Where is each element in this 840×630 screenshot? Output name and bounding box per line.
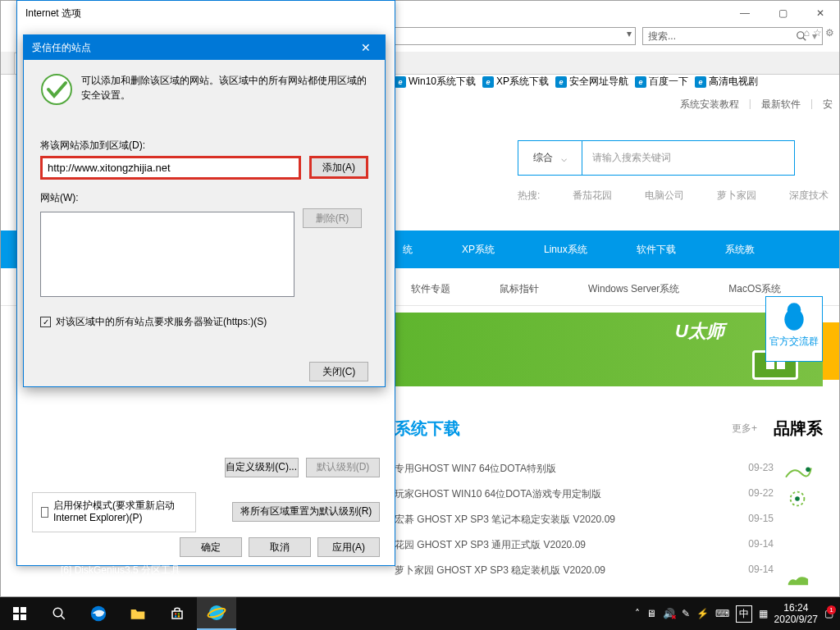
nav-item[interactable]: 系统教 [725,243,755,257]
minimize-button[interactable]: — [726,1,764,25]
news-link[interactable]: 萝卜家园 GHOST XP SP3 稳定装机版 V2020.09 [395,564,605,578]
nav-item[interactable]: XP系统 [462,243,495,257]
svg-rect-17 [175,615,176,617]
dialog-title: Internet 选项 [25,7,81,21]
fav-link[interactable]: e百度一下 [635,75,688,89]
hot-link[interactable]: 深度技术 [789,189,829,203]
store-icon[interactable] [158,597,197,630]
svg-point-12 [53,608,62,617]
svg-point-3 [788,303,801,317]
brand-heading: 品牌系 [774,418,823,440]
svg-rect-11 [21,614,26,620]
cat-link[interactable]: 软件专题 [411,282,450,296]
search-category[interactable]: 综合⌵ [518,140,582,176]
tray-volume-icon[interactable]: 🔊✖ [663,608,675,619]
fav-link[interactable]: eXP系统下载 [482,75,549,89]
checkmark-icon [40,73,73,106]
trusted-title: 受信任的站点 [32,41,91,55]
news-list: 专用GHOST WIN7 64位DOTA特别版09-23 玩家GHOST WIN… [395,456,823,583]
svg-rect-10 [13,614,19,620]
add-label: 将该网站添加到区域(D): [40,139,368,153]
fav-link[interactable]: eWin10系统下载 [395,75,476,89]
svg-point-0 [797,32,804,39]
svg-point-6 [795,496,800,501]
ie-search-input[interactable]: 搜索... ▾ [642,27,823,45]
address-bar[interactable]: ▾ [395,27,636,45]
ok-button[interactable]: 确定 [180,537,242,557]
hot-label: 热搜: [518,189,540,203]
section-title: 系统下载 [395,418,460,440]
nav-item[interactable]: 软件下载 [637,243,676,257]
tray-monitor-icon[interactable]: 🖥 [646,608,656,619]
url-input[interactable] [40,156,301,180]
news-link[interactable]: 宏碁 GHOST XP SP3 笔记本稳定安装版 V2020.09 [395,513,615,527]
news-link[interactable]: 玩家GHOST WIN10 64位DOTA游戏专用定制版 [395,487,601,501]
news-link[interactable]: 专用GHOST WIN7 64位DOTA特别版 [395,462,556,476]
gear-icon[interactable]: ⚙ [825,27,834,39]
banner-accent [823,322,839,380]
tray-chevron-icon[interactable]: ˄ [635,608,640,619]
apply-button[interactable]: 应用(A) [317,537,380,557]
start-button[interactable] [0,597,39,630]
intro-text: 可以添加和删除该区域的网站。该区域中的所有网站都使用区域的安全设置。 [81,73,368,103]
sub-link[interactable]: 系统安装教程 [680,98,739,112]
banner[interactable]: U太师 [395,313,823,386]
reset-zones-button[interactable]: 将所有区域重置为默认级别(R) [232,502,380,522]
close-button[interactable]: 关闭(C) [309,362,368,381]
hot-link[interactable]: 电脑公司 [645,189,684,203]
penguin-icon [778,300,810,333]
desktop: — ▢ ✕ ▾ 搜索... ▾ ⌂ ☆ ⚙ 系统 eWin10系统下载 eXP系… [0,0,840,630]
tray-pen-icon[interactable]: ✎ [682,608,690,619]
ie-taskbar-icon[interactable] [197,597,236,630]
action-center-icon[interactable]: ▢1 [824,608,833,619]
tray-keyboard-icon[interactable]: ⌨ [715,608,729,619]
hot-link[interactable]: 番茄花园 [573,189,612,203]
close-button[interactable]: ✕ [801,1,839,25]
protected-mode-checkbox[interactable]: 启用保护模式(要求重新启动 Internet Explorer)(P) [32,492,196,532]
nav-item[interactable]: Linux系统 [544,243,587,257]
sub-link[interactable]: 最新软件 [761,98,801,112]
maximize-button[interactable]: ▢ [764,1,801,25]
sub-link[interactable]: 安 [823,98,833,112]
site-search-input[interactable]: 请输入搜索关键词 [582,140,795,176]
cat-link[interactable]: 鼠标指针 [500,282,539,296]
svg-line-13 [61,615,65,619]
fav-link[interactable]: e安全网址导航 [555,75,628,89]
hot-link[interactable]: 萝卜家园 [717,189,756,203]
sites-label: 网站(W): [40,191,368,205]
nav-item[interactable]: 统 [403,243,413,257]
add-button[interactable]: 添加(A) [309,156,368,179]
default-level-button: 默认级别(D) [306,458,380,477]
clock[interactable]: 16:24 2020/9/27 [774,602,818,626]
custom-level-button[interactable]: 自定义级别(C)... [225,458,299,477]
taskbar: ˄ 🖥 🔊✖ ✎ ⚡ ⌨ 中 ▦ 16:24 2020/9/27 ▢1 [0,597,840,630]
qq-float[interactable]: 官方交流群 [765,296,823,362]
trusted-sites-dialog: 受信任的站点 ✕ 可以添加和删除该区域的网站。该区域中的所有网站都使用区域的安全… [23,34,386,387]
remove-button: 删除(R) [303,208,362,228]
more-link[interactable]: 更多+ [732,422,757,436]
cat-link[interactable]: MacOS系统 [728,282,781,296]
svg-rect-16 [178,613,180,614]
cat-link[interactable]: Windows Server系统 [588,282,679,296]
cancel-button[interactable]: 取消 [249,537,311,557]
svg-rect-18 [178,615,180,617]
fav-link[interactable]: e高清电视剧 [695,75,758,89]
search-icon[interactable] [39,597,79,630]
ime-indicator[interactable]: 中 [736,605,752,623]
desktop-text: [6] DiskGenius3.5 分区工具 [7] 瞬间把硬盘分成四区(NTF… [61,564,195,590]
news-link[interactable]: 花园 GHOST XP SP3 通用正式版 V2020.09 [395,538,586,552]
svg-rect-15 [175,613,176,614]
svg-rect-9 [21,607,26,613]
explorer-icon[interactable] [118,597,158,630]
star-icon[interactable]: ☆ [813,27,822,39]
close-icon[interactable]: ✕ [355,41,377,54]
favorites-bar: eWin10系统下载 eXP系统下载 e安全网址导航 e百度一下 e高清电视剧 [395,75,758,89]
home-icon[interactable]: ⌂ [804,27,810,39]
tray-flash-icon[interactable]: ⚡ [696,608,709,619]
edge-icon[interactable] [79,597,118,630]
sites-listbox[interactable] [40,212,294,297]
https-checkbox[interactable]: ✓ 对该区域中的所有站点要求服务器验证(https:)(S) [40,315,368,329]
svg-rect-8 [13,607,19,613]
ime-mode-icon[interactable]: ▦ [759,608,768,619]
svg-point-7 [42,75,71,104]
